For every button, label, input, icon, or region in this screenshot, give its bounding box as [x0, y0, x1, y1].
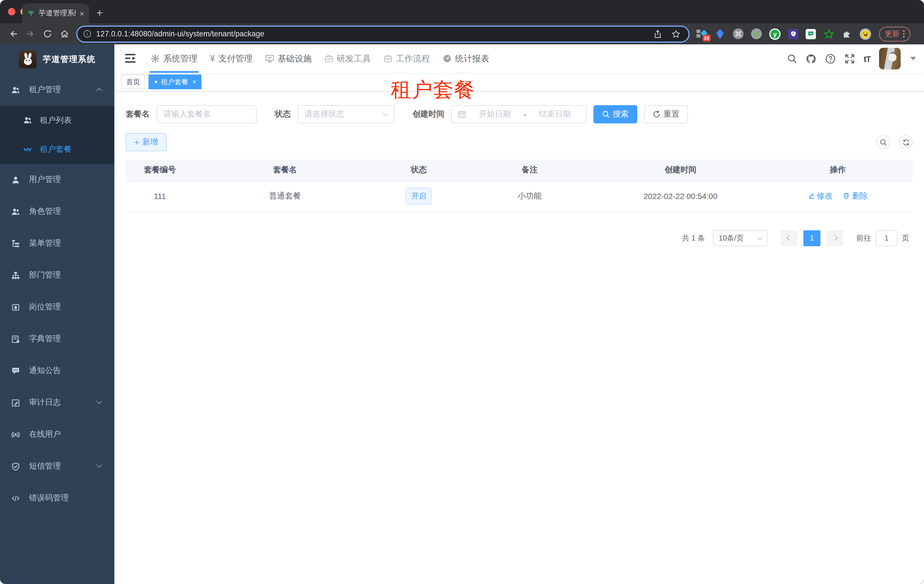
start-date-input[interactable]: 开始日期: [470, 109, 520, 119]
sidebar-item-audit-log[interactable]: 审计日志: [0, 387, 114, 418]
github-icon[interactable]: [806, 53, 817, 64]
date-range-picker[interactable]: 开始日期 - 结束日期: [451, 105, 587, 123]
top-menu-system[interactable]: 系统管理: [151, 44, 198, 73]
sidebar-item-notice-management[interactable]: 通知公告: [0, 355, 114, 387]
browser-update-button[interactable]: 更新: [879, 26, 910, 41]
extension-command-icon[interactable]: [733, 28, 744, 39]
top-menu-dev-tools[interactable]: 研发工具: [324, 44, 371, 73]
sidebar-item-label: 用户管理: [29, 174, 61, 185]
refresh-icon[interactable]: [899, 135, 912, 149]
next-page-button[interactable]: [826, 230, 843, 246]
top-menu-label: 支付管理: [218, 53, 252, 64]
url-text[interactable]: 127.0.0.1:48080/admin-ui/system/tenant/p…: [96, 30, 646, 38]
package-table: 套餐编号 套餐名 状态 备注 创建时间 操作 111 普通套餐: [126, 160, 912, 212]
sidebar-item-dict-management[interactable]: 字典管理: [0, 323, 114, 355]
help-icon[interactable]: [825, 53, 836, 64]
delete-link[interactable]: 删除: [843, 191, 868, 201]
briefcase-icon: [383, 54, 393, 63]
extension-grid-icon[interactable]: 10: [696, 28, 707, 39]
input-placeholder: 请输入套餐名: [163, 109, 211, 119]
tenant-package-icon: [23, 145, 32, 153]
avatar[interactable]: [879, 48, 901, 69]
top-menu-workflow[interactable]: 工作流程: [383, 44, 430, 73]
chevron-down-icon: [96, 462, 102, 468]
cell-create-time: 2022-02-22 00:54:00: [598, 181, 763, 212]
top-menu-infrastructure[interactable]: 基础设施: [265, 44, 312, 73]
sidebar-item-department-management[interactable]: 部门管理: [0, 259, 114, 291]
dictionary-book-icon: [12, 335, 20, 343]
page-size-select[interactable]: 10条/页: [713, 230, 767, 246]
site-info-icon[interactable]: [83, 30, 92, 38]
reload-icon[interactable]: [39, 25, 56, 42]
add-button[interactable]: 新增: [126, 133, 167, 151]
close-window-button[interactable]: [8, 8, 15, 15]
tag-close-icon[interactable]: ×: [192, 78, 196, 86]
cell-remark: 小功能: [462, 181, 598, 212]
sidebar-item-tenant-list[interactable]: 租户列表: [0, 106, 114, 135]
extension-emoji-icon[interactable]: [860, 28, 871, 39]
create-time-filter-label: 创建时间: [412, 109, 444, 119]
tab-close-icon[interactable]: ×: [80, 9, 84, 17]
sidebar-item-tenant-package[interactable]: 租户套餐: [0, 135, 114, 164]
edit-link[interactable]: 修改: [808, 191, 833, 201]
table-row: 111 普通套餐 开启 小功能 2022-02-22 00:54:00 修改: [126, 181, 912, 212]
page-number-button[interactable]: 1: [804, 230, 820, 246]
sidebar-item-online-users[interactable]: 在线用户: [0, 418, 114, 451]
sidebar-item-label: 错误码管理: [29, 493, 69, 503]
sidebar-item-role-management[interactable]: 角色管理: [0, 196, 114, 227]
sidebar-item-label: 在线用户: [29, 429, 61, 439]
extension-shield-icon[interactable]: [788, 29, 798, 39]
search-button[interactable]: 搜索: [594, 105, 637, 123]
sidebar-item-sms-management[interactable]: 短信管理: [0, 451, 114, 482]
fullscreen-icon[interactable]: [844, 53, 855, 64]
extension-chat-icon[interactable]: [806, 29, 816, 39]
search-button-label: 搜索: [613, 109, 629, 119]
forward-icon[interactable]: [21, 25, 39, 42]
status-filter-label: 状态: [275, 109, 291, 119]
online-broadcast-icon: [12, 430, 20, 439]
reset-button[interactable]: 重置: [644, 105, 688, 123]
range-separator: -: [523, 110, 526, 119]
new-tab-button[interactable]: +: [92, 6, 107, 20]
toggle-search-icon[interactable]: [876, 135, 890, 149]
extension-y-icon[interactable]: y: [769, 28, 780, 39]
column-header: 套餐名: [194, 160, 376, 181]
avatar-caret-down-icon[interactable]: [910, 57, 916, 60]
extension-star-icon[interactable]: [823, 28, 834, 39]
back-icon[interactable]: [5, 25, 21, 42]
prev-page-button[interactable]: [780, 230, 798, 246]
dashboard-gauge-icon: [443, 54, 452, 63]
tag-tenant-package[interactable]: 租户套餐 ×: [148, 74, 201, 89]
status-select[interactable]: 请选择状态: [297, 105, 394, 123]
sidebar-item-error-code-management[interactable]: 错误码管理: [0, 482, 114, 514]
home-icon[interactable]: [56, 25, 73, 42]
extension-kite-icon[interactable]: [714, 28, 726, 39]
page-suffix-label: 页: [902, 233, 909, 243]
sidebar-logo[interactable]: 芋道管理系统: [0, 44, 114, 74]
extensions-puzzle-icon[interactable]: [842, 28, 852, 39]
bookmark-star-icon[interactable]: [669, 27, 683, 41]
top-menu-reports[interactable]: 统计报表: [443, 44, 489, 73]
sidebar-item-user-management[interactable]: 用户管理: [0, 164, 114, 196]
package-name-input[interactable]: 请输入套餐名: [157, 105, 257, 123]
url-bar[interactable]: 127.0.0.1:48080/admin-ui/system/tenant/p…: [76, 25, 690, 42]
sidebar-collapse-icon[interactable]: [125, 53, 137, 64]
end-date-input[interactable]: 结束日期: [530, 109, 580, 119]
sidebar-item-post-management[interactable]: 岗位管理: [0, 291, 114, 323]
chevron-down-icon: [757, 234, 763, 240]
browser-menu-dots-icon[interactable]: [903, 30, 905, 38]
extension-green-dot-icon[interactable]: [751, 28, 762, 39]
top-menu-payment[interactable]: ¥ 支付管理: [210, 44, 252, 73]
search-icon[interactable]: [787, 53, 797, 64]
column-header: 创建时间: [598, 160, 763, 181]
name-filter-label: 套餐名: [126, 109, 150, 119]
top-menu-label: 统计报表: [455, 53, 489, 64]
tag-home[interactable]: 首页: [121, 74, 145, 89]
font-size-icon[interactable]: tT: [864, 54, 871, 63]
sidebar-submenu-tenant: 租户列表 租户套餐: [0, 106, 114, 164]
sidebar-item-tenant-management[interactable]: 租户管理: [0, 74, 114, 106]
share-icon[interactable]: [651, 27, 665, 41]
sidebar-item-menu-management[interactable]: 菜单管理: [0, 227, 114, 259]
goto-page-input[interactable]: [876, 230, 897, 246]
browser-tab[interactable]: 芋道管理系统 ×: [22, 3, 89, 23]
